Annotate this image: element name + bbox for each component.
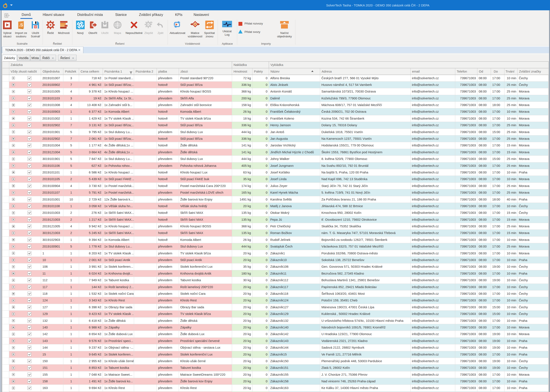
svg-text:.S: .S [19, 22, 23, 27]
